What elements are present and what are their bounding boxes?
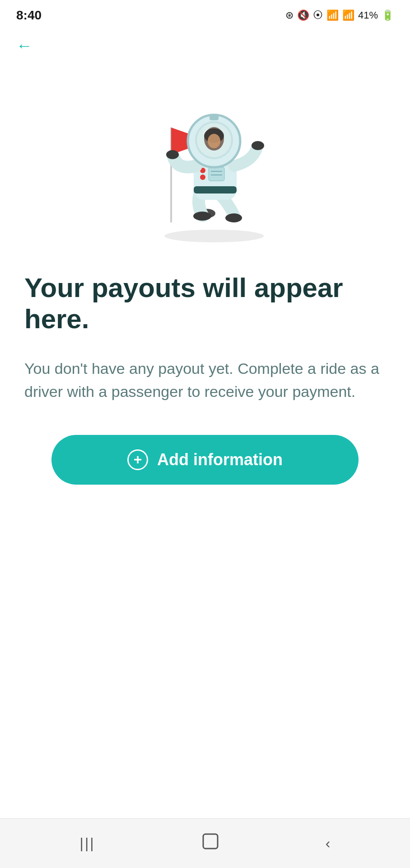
- nav-home-icon[interactable]: [200, 831, 220, 855]
- status-icons: ⊛ 🔇 ⦿ 📶 📶 41% 🔋: [285, 9, 394, 21]
- status-bar: 8:40 ⊛ 🔇 ⦿ 📶 📶 41% 🔋: [0, 0, 410, 27]
- svg-rect-8: [194, 186, 237, 193]
- add-information-label: Add information: [157, 450, 283, 469]
- nav-recents-icon[interactable]: |||: [80, 835, 95, 852]
- svg-rect-25: [210, 115, 219, 120]
- main-content: Your payouts will appear here. You don't…: [0, 64, 410, 818]
- battery-level: 41%: [358, 9, 378, 21]
- main-description: You don't have any payout yet. Complete …: [24, 357, 386, 403]
- svg-point-5: [193, 212, 211, 221]
- svg-point-0: [164, 230, 264, 242]
- nav-back-icon[interactable]: ‹: [326, 835, 331, 852]
- add-information-button[interactable]: Add information: [51, 435, 359, 485]
- svg-rect-11: [209, 167, 224, 181]
- svg-point-10: [200, 175, 205, 180]
- signal-icon: 📶: [342, 9, 354, 21]
- wifi-icon: 📶: [326, 9, 339, 21]
- main-heading: Your payouts will appear here.: [24, 272, 386, 335]
- svg-point-6: [226, 213, 242, 222]
- location-icon: ⦿: [313, 9, 323, 21]
- svg-rect-26: [203, 834, 218, 849]
- bluetooth-icon: ⊛: [285, 9, 294, 21]
- svg-point-14: [166, 150, 179, 159]
- battery-icon: 🔋: [382, 9, 394, 21]
- svg-point-15: [252, 141, 264, 150]
- bottom-nav: ||| ‹: [0, 818, 410, 868]
- mute-icon: 🔇: [297, 9, 309, 21]
- astronaut-illustration: [124, 82, 286, 245]
- svg-point-23: [208, 134, 220, 148]
- back-button-container: ←: [0, 27, 410, 64]
- back-button[interactable]: ←: [16, 36, 33, 55]
- illustration-container: [24, 82, 386, 245]
- status-time: 8:40: [16, 8, 42, 23]
- plus-circle-icon: [127, 449, 148, 470]
